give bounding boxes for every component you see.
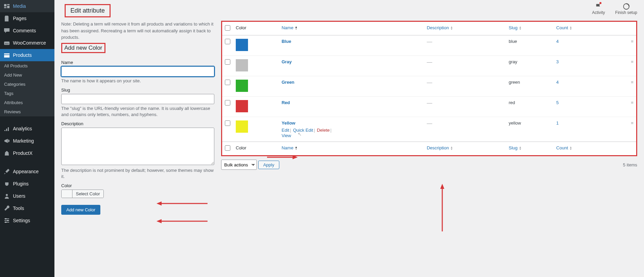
col-description[interactable]: Description▲▼ bbox=[424, 22, 506, 35]
flag-icon bbox=[595, 3, 602, 10]
add-new-color-button[interactable]: Add new Color bbox=[61, 205, 100, 215]
col-color-footer: Color bbox=[233, 142, 279, 156]
term-name-link[interactable]: Gray bbox=[282, 59, 292, 64]
term-description: — bbox=[427, 39, 432, 45]
row-actions: Edit| Quick Edit| Delete| View ↖ bbox=[282, 128, 422, 138]
view-link[interactable]: View bbox=[282, 133, 291, 138]
megaphone-icon bbox=[3, 137, 10, 144]
col-description-footer[interactable]: Description▲▼ bbox=[424, 142, 506, 156]
submenu-reviews[interactable]: Reviews bbox=[0, 107, 54, 116]
row-checkbox[interactable] bbox=[225, 100, 230, 105]
submenu-attributes[interactable]: Attributes bbox=[0, 98, 54, 107]
page-title: Edit attribute bbox=[65, 4, 111, 17]
slug-input[interactable] bbox=[61, 94, 214, 104]
select-all-checkbox[interactable] bbox=[225, 25, 230, 31]
sidebar-item-appearance[interactable]: Appearance bbox=[0, 165, 54, 178]
sidebar-item-products[interactable]: Products bbox=[0, 49, 54, 61]
edit-link[interactable]: Edit bbox=[282, 128, 289, 133]
sidebar-label: Appearance bbox=[13, 169, 39, 174]
col-name-footer[interactable]: Name▲▼ bbox=[279, 142, 424, 156]
sidebar-item-plugins[interactable]: Plugins bbox=[0, 178, 54, 190]
color-picker[interactable]: Select Color bbox=[61, 190, 104, 198]
drag-handle-icon[interactable]: ≡ bbox=[631, 80, 633, 85]
drag-handle-icon[interactable]: ≡ bbox=[631, 100, 633, 105]
submenu-tags[interactable]: Tags bbox=[0, 89, 54, 98]
term-name-link[interactable]: Yellow bbox=[282, 120, 295, 126]
term-name-link[interactable]: Blue bbox=[282, 39, 291, 44]
sidebar-label: Marketing bbox=[13, 138, 34, 144]
bulk-actions-select[interactable]: Bulk actions bbox=[221, 160, 257, 170]
sidebar-item-marketing[interactable]: Marketing bbox=[0, 135, 54, 147]
drag-handle-icon[interactable]: ≡ bbox=[631, 120, 633, 126]
terms-table-wrap: Color Name▲▼ Description▲▼ Slug▲▼ Count▲… bbox=[221, 21, 637, 156]
color-chip bbox=[236, 59, 248, 71]
submenu-categories[interactable]: Categories bbox=[0, 80, 54, 89]
sidebar-item-tools[interactable]: Tools bbox=[0, 202, 54, 214]
add-new-heading: Add new Color bbox=[61, 43, 105, 53]
select-all-checkbox-footer[interactable] bbox=[225, 145, 230, 151]
apply-button[interactable]: Apply bbox=[258, 161, 280, 169]
svg-point-2 bbox=[6, 194, 8, 196]
sidebar-item-woocommerce[interactable]: woo WooCommerce bbox=[0, 37, 54, 49]
activity-button[interactable]: Activity bbox=[592, 3, 605, 15]
col-slug-footer[interactable]: Slug▲▼ bbox=[506, 142, 554, 156]
term-name-link[interactable]: Green bbox=[282, 80, 295, 85]
color-chip bbox=[236, 80, 248, 92]
term-count-link[interactable]: 5 bbox=[556, 100, 559, 105]
delete-link[interactable]: Delete bbox=[317, 128, 330, 133]
name-input[interactable] bbox=[61, 66, 214, 77]
table-row: Yellow Edit| Quick Edit| Delete| View ↖ … bbox=[222, 117, 636, 142]
row-checkbox[interactable] bbox=[225, 120, 230, 126]
terms-table: Color Name▲▼ Description▲▼ Slug▲▼ Count▲… bbox=[222, 22, 636, 155]
term-count-link[interactable]: 1 bbox=[556, 120, 559, 126]
drag-handle-icon[interactable]: ≡ bbox=[631, 59, 633, 64]
quick-edit-link[interactable]: Quick Edit bbox=[293, 128, 313, 133]
col-count[interactable]: Count▲▼ bbox=[554, 22, 628, 35]
items-count: 5 items bbox=[623, 162, 637, 167]
color-swatch[interactable] bbox=[62, 190, 72, 198]
sidebar-item-users[interactable]: Users bbox=[0, 190, 54, 202]
sidebar-item-media[interactable]: Media bbox=[0, 0, 54, 12]
col-name[interactable]: Name▲▼ bbox=[279, 22, 424, 35]
col-count-footer[interactable]: Count▲▼ bbox=[554, 142, 628, 156]
sort-icon: ▲▼ bbox=[450, 26, 453, 30]
term-slug: blue bbox=[509, 39, 517, 44]
plug-icon bbox=[3, 180, 10, 187]
sidebar-label: Comments bbox=[13, 28, 36, 33]
description-label: Description bbox=[61, 121, 214, 126]
term-count-link[interactable]: 3 bbox=[556, 59, 559, 64]
sidebar-item-comments[interactable]: Comments bbox=[0, 25, 54, 37]
svg-point-3 bbox=[5, 218, 6, 219]
term-description: — bbox=[427, 120, 432, 126]
color-chip bbox=[236, 100, 248, 112]
table-row: Green — green 4 ≡ bbox=[222, 76, 636, 97]
sidebar-item-productx[interactable]: ProductX bbox=[0, 147, 54, 159]
row-checkbox[interactable] bbox=[225, 59, 230, 65]
term-description: — bbox=[427, 59, 432, 65]
drag-handle-icon[interactable]: ≡ bbox=[631, 39, 633, 44]
description-input[interactable] bbox=[61, 128, 214, 165]
col-slug[interactable]: Slug▲▼ bbox=[506, 22, 554, 35]
sort-icon: ▲▼ bbox=[519, 26, 522, 30]
sidebar-item-settings[interactable]: Settings bbox=[0, 214, 54, 227]
submenu-add-new[interactable]: Add New bbox=[0, 70, 54, 80]
sidebar-item-pages[interactable]: Pages bbox=[0, 12, 54, 25]
submenu-all-products[interactable]: All Products bbox=[0, 61, 54, 70]
sidebar-label: WooCommerce bbox=[13, 40, 46, 46]
cursor-icon: ↖ bbox=[298, 131, 302, 137]
sort-icon: ▲▼ bbox=[569, 26, 572, 30]
sidebar-item-analytics[interactable]: Analytics bbox=[0, 123, 54, 135]
row-checkbox[interactable] bbox=[225, 80, 230, 85]
term-description: — bbox=[427, 80, 432, 85]
sort-icon: ▲▼ bbox=[295, 26, 297, 30]
wrench-icon bbox=[3, 205, 10, 212]
term-slug: yellow bbox=[509, 120, 521, 126]
sliders-icon bbox=[3, 217, 10, 224]
row-checkbox[interactable] bbox=[225, 39, 230, 44]
term-count-link[interactable]: 4 bbox=[556, 80, 559, 85]
table-row: Gray — gray 3 ≡ bbox=[222, 56, 636, 76]
term-count-link[interactable]: 4 bbox=[556, 39, 559, 44]
pages-icon bbox=[3, 15, 10, 22]
select-color-button[interactable]: Select Color bbox=[72, 190, 103, 198]
term-name-link[interactable]: Red bbox=[282, 100, 290, 105]
